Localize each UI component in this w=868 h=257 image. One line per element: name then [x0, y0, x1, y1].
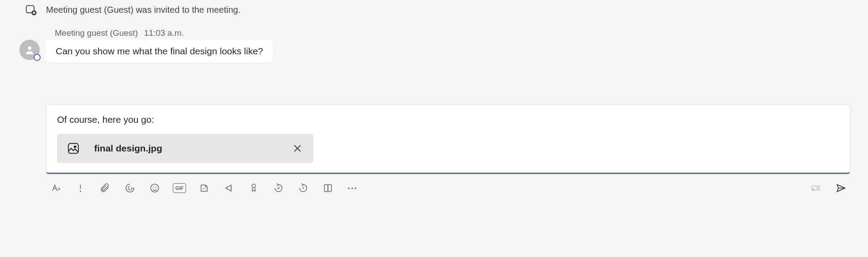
priority-button[interactable] — [73, 181, 88, 195]
video-clip-button[interactable] — [809, 181, 823, 195]
message-bubble[interactable]: Can you show me what the final design lo… — [46, 40, 273, 63]
svg-point-12 — [303, 188, 304, 189]
actions-button[interactable] — [222, 181, 236, 195]
svg-rect-13 — [324, 185, 328, 192]
svg-point-16 — [812, 189, 814, 190]
updates-button[interactable] — [296, 181, 310, 195]
approvals-button[interactable] — [271, 181, 286, 195]
praise-button[interactable] — [247, 181, 261, 195]
attachment-filename: final design.jpg — [94, 143, 291, 154]
avatar[interactable] — [19, 40, 40, 60]
svg-point-9 — [203, 188, 204, 189]
svg-point-11 — [252, 184, 255, 188]
image-icon — [67, 142, 80, 155]
svg-point-10 — [205, 188, 206, 189]
svg-point-5 — [80, 191, 81, 192]
attach-button[interactable] — [98, 181, 112, 195]
format-button[interactable] — [49, 181, 63, 195]
message-row: Meeting guest (Guest) 11:03 a.m. Can you… — [18, 28, 850, 63]
attachment-chip[interactable]: final design.jpg — [57, 134, 313, 163]
send-button[interactable] — [834, 181, 848, 195]
loop-button[interactable] — [123, 181, 137, 195]
more-button[interactable]: ··· — [346, 181, 360, 195]
svg-point-6 — [151, 184, 159, 192]
remove-attachment-button[interactable] — [291, 142, 304, 155]
message-time: 11:03 a.m. — [144, 28, 184, 38]
svg-rect-14 — [328, 185, 331, 192]
sticker-button[interactable] — [197, 181, 211, 195]
composer-text[interactable]: Of course, here you go: — [57, 114, 839, 125]
composer-toolbar: GIF ··· — [46, 174, 850, 195]
message-header: Meeting guest (Guest) 11:03 a.m. — [46, 28, 273, 38]
message-sender: Meeting guest (Guest) — [55, 28, 138, 38]
svg-point-2 — [28, 46, 31, 50]
system-event-text: Meeting guest (Guest) was invited to the… — [46, 5, 240, 15]
svg-point-8 — [156, 187, 156, 188]
presence-indicator — [34, 54, 41, 61]
emoji-button[interactable] — [148, 181, 162, 195]
svg-point-7 — [153, 187, 154, 188]
svg-rect-3 — [69, 144, 79, 154]
system-event-row: Meeting guest (Guest) was invited to the… — [18, 0, 850, 16]
svg-point-4 — [74, 146, 76, 147]
message-composer[interactable]: Of course, here you go: final design.jpg — [46, 104, 850, 174]
calendar-add-icon — [25, 4, 37, 16]
gif-button[interactable]: GIF — [172, 181, 187, 195]
viva-button[interactable] — [321, 181, 335, 195]
